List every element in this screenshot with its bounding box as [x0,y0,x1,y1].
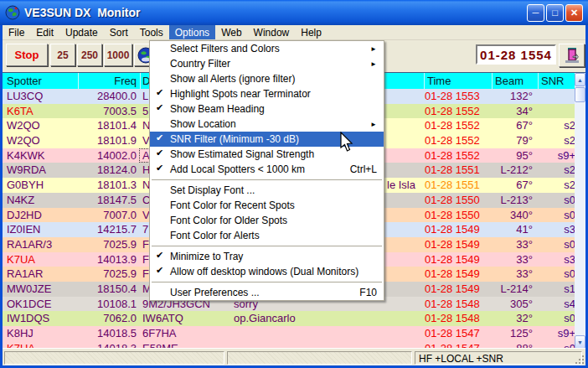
menubar-item-tools[interactable]: Tools [134,25,169,39]
cell-beam: 34° [488,105,533,117]
cell-snr: s4 [535,298,575,310]
checkmark-icon: ✔ [156,102,163,113]
menu-item-font-color-for-recent-spots[interactable]: Font Color for Recent Spots [150,198,384,213]
menu-item-add-local-spotters-1000-km[interactable]: ✔Add Local Spotters < 1000 kmCtrl+L [150,162,384,177]
cell-snr: s0 [535,209,575,221]
options-dropdown-menu: Select Filters and Colors►Country Filter… [149,40,384,301]
cell-snr: s2 [535,134,575,147]
cell-snr: s9+ [535,327,575,339]
header-snr[interactable]: SNR [541,75,564,87]
cell-beam: 33° [488,238,533,251]
filter-status-text: HF +LOCAL +SNR [419,353,503,365]
cell-beam: 41° [488,223,533,236]
menu-item-set-display-font[interactable]: Set Display Font ... [150,183,384,198]
minimize-button[interactable]: ─ [527,4,544,22]
cell-freq: 18124.0 [74,163,137,176]
menu-item-label: SNR Filter (Minimum -30 dB) [170,133,299,145]
header-time[interactable]: Time [427,75,451,87]
cell-spotter: K8HJ [7,327,75,339]
checkmark-icon: ✔ [156,148,163,158]
menu-item-select-filters-and-colors[interactable]: Select Filters and Colors► [150,41,384,56]
menu-item-minimize-to-tray[interactable]: ✔Minimize to Tray [150,249,384,264]
menu-item-highlight-spots-near-terminator[interactable]: ✔Highlight Spots near Terminator [150,86,384,101]
scroll-thumb[interactable] [575,87,585,102]
cell-beam: 95° [488,149,533,162]
globe-app-icon [5,5,20,20]
close-button[interactable]: ✕ [565,4,583,22]
table-row[interactable]: IW1DQS7062.0IW6ATQop.Giancarlo01-28 1548… [3,311,575,326]
cell-freq: 14215.7 [74,223,137,236]
menu-item-allow-off-desktop-windows-dual-monitors[interactable]: ✔Allow off desktop windows (Dual Monitor… [150,264,384,279]
cell-dx: IW6ATQ [142,312,231,324]
menubar-item-web[interactable]: Web [215,25,247,39]
cell-spotter: N4KZ [7,194,75,206]
maximize-button[interactable]: □ [546,4,564,22]
menu-item-label: Set Display Font ... [170,184,255,196]
cell-time: 01-28 1551 [425,179,492,191]
cell-spotter: W2QO [7,119,75,132]
menu-item-font-color-for-older-spots[interactable]: Font Color for Older Spots [150,213,384,228]
menu-item-font-color-for-alerts[interactable]: Font Color for Alerts [150,228,384,243]
cell-time: 01-28 1548 [425,298,492,310]
app-window: VE3SUN DX Monitor ─ □ ✕ FileEditUpdateSo… [0,0,588,368]
checkmark-icon: ✔ [156,87,163,98]
table-row[interactable]: K8HJ14018.56F7HA01-28 1547125°s9+ [3,326,575,341]
cell-snr: s2 [535,163,575,176]
cell-beam: L-214° [488,282,533,295]
cell-spotter: OK1DCE [7,298,75,310]
cell-snr: s3 [535,253,575,266]
menubar-item-file[interactable]: File [3,25,30,39]
menu-item-show-location[interactable]: Show Location► [150,117,384,132]
menubar-item-window[interactable]: Window [248,25,296,39]
cell-snr: s0 [535,238,575,251]
header-beam[interactable]: Beam [495,75,524,87]
menu-shortcut: F10 [359,287,377,298]
cell-time: 01-28 1549 [425,223,492,236]
checkmark-icon: ✔ [156,132,163,143]
menu-item-user-preferences[interactable]: User Preferences ...F10 [150,285,384,300]
cell-freq: 7025.9 [74,267,137,280]
cell-beam: 79° [488,134,533,147]
cell-snr: s2 [535,179,575,191]
cell-beam: 67° [488,179,533,191]
title-bar[interactable]: VE3SUN DX Monitor ─ □ ✕ [0,0,588,25]
cell-snr: s3 [535,223,575,236]
resize-grip[interactable] [575,355,585,365]
header-spotter[interactable]: Spotter [7,75,42,87]
header-freq[interactable]: Freq [74,75,137,87]
menubar-item-update[interactable]: Update [59,25,104,39]
fetch-25-button[interactable]: 25 [50,44,75,66]
menubar-item-options[interactable]: Options [169,25,215,39]
cell-time: 01-28 1552 [425,134,492,147]
table-row[interactable]: K7UA14018.3E58ME01-28 154788°s0 [3,341,575,348]
cell-freq: 18147.5 [74,194,137,206]
fetch-250-button[interactable]: 250 [77,44,102,66]
status-bar: HF +LOCAL +SNR [3,348,585,365]
exit-button[interactable] [559,44,585,67]
submenu-arrow-icon: ► [370,45,377,53]
cell-freq: 18101.4 [74,119,137,132]
cell-time: 01-28 1550 [425,194,492,206]
cell-freq: 14018.5 [74,327,137,339]
cell-spotter: RA1AR/3 [7,238,75,251]
scroll-up-button[interactable]: ▲ [575,73,585,86]
menubar-item-help[interactable]: Help [295,25,328,39]
menu-item-label: Font Color for Older Spots [170,215,287,226]
stop-button[interactable]: Stop [6,44,48,66]
vertical-scrollbar[interactable]: ▲ ▼ [575,73,585,348]
menu-item-label: Highlight Spots near Terminator [170,88,311,100]
menu-separator [150,279,384,285]
menu-item-label: Select Filters and Colors [170,43,280,54]
menubar-item-edit[interactable]: Edit [30,25,59,39]
menu-item-label: Allow off desktop windows (Dual Monitors… [170,266,358,277]
scroll-down-button[interactable]: ▼ [575,335,585,348]
cell-spotter: DJ2HD [7,209,75,221]
menu-item-show-beam-heading[interactable]: ✔Show Beam Heading [150,101,384,117]
fetch-1000-button[interactable]: 1000 [104,44,132,66]
menu-item-country-filter[interactable]: Country Filter► [150,56,384,71]
menu-separator [150,177,384,183]
menu-item-show-all-alerts-ignore-filter[interactable]: Show all Alerts (ignore filter) [150,71,384,86]
cell-spotter: RA1AR [7,267,75,280]
cell-beam: 340° [488,209,533,221]
menubar-item-sort[interactable]: Sort [104,25,134,39]
